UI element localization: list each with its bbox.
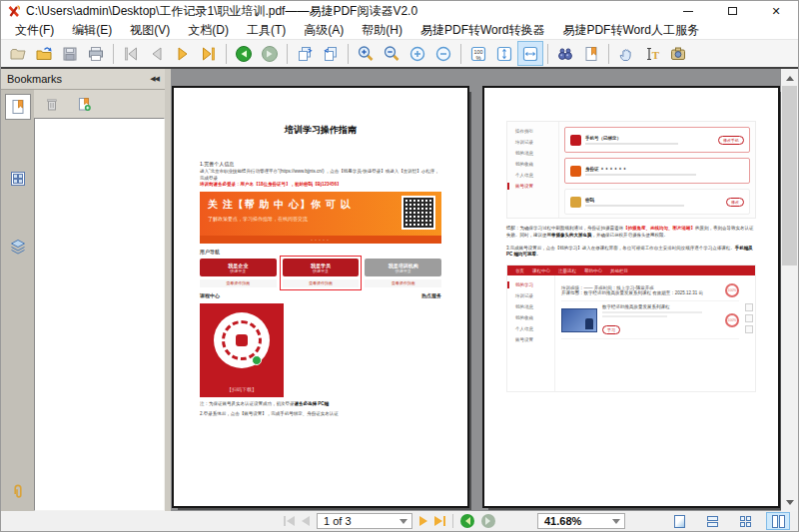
open-folder-button[interactable] — [5, 41, 31, 66]
video-thumbnail — [561, 308, 597, 332]
open-file-button[interactable] — [31, 41, 57, 66]
menu-document[interactable]: 文档(D) — [179, 22, 238, 39]
pdf-page-2[interactable]: 操作指引 培训记录 我的消息 我的收藏 个人信息 账号设置 手机号（已绑定） 修 — [484, 88, 778, 506]
pdf-page-1[interactable]: 培训学习操作指南 1.完善个人信息 进入“北京市职业技能提升行动管理平台”(ht… — [174, 88, 467, 506]
step1-credentials: 培训前请务必登录：用户名【18位身份证号】，初始密码【Bj123456】 — [200, 182, 441, 189]
select-text-button[interactable]: T — [639, 41, 665, 66]
last-page-nav-button[interactable] — [434, 516, 445, 526]
layout-book-view-button[interactable] — [766, 512, 790, 530]
menu-help[interactable]: 帮助(H) — [353, 22, 411, 39]
export-bookmark-icon[interactable] — [76, 96, 92, 112]
last-page-icon — [200, 45, 218, 63]
next-page-button[interactable] — [170, 41, 196, 66]
chevron-down-icon — [786, 500, 794, 509]
fit-page-button[interactable] — [491, 41, 517, 66]
close-button[interactable]: ✕ — [754, 1, 798, 21]
save-button[interactable] — [57, 41, 83, 66]
insert-pages-icon — [296, 45, 314, 63]
toolbar-separator — [287, 44, 288, 64]
scroll-down-button[interactable] — [781, 494, 798, 511]
menu-edit[interactable]: 编辑(E) — [63, 22, 121, 39]
bookmarks-panel[interactable] — [34, 118, 165, 511]
learning-platform-screenshot: 首页课程中心注册流程帮助中心其他栏目 我的学习 培训记录 我的消息 我的收藏 个… — [506, 265, 756, 392]
book-view-icon — [772, 515, 785, 528]
find-button[interactable] — [552, 41, 578, 66]
fit-width-button[interactable] — [517, 41, 543, 66]
menu-view[interactable]: 视图(V) — [121, 22, 179, 39]
app-logo-icon — [7, 4, 21, 18]
course-row-2: 数字经济助推高质量发展系列课程 学习 100% — [561, 301, 739, 339]
next-view-button[interactable] — [257, 41, 283, 66]
page-number-input[interactable]: 1 of 3 — [317, 513, 412, 529]
floating-widgets — [743, 275, 755, 392]
menu-advanced[interactable]: 高级(A) — [295, 22, 353, 39]
single-page-icon — [674, 515, 685, 528]
zoom-out-tool-button[interactable] — [379, 41, 404, 66]
insert-pages-button[interactable] — [292, 41, 318, 66]
toolbar-separator — [348, 44, 349, 64]
zoom-out-button[interactable] — [430, 41, 456, 66]
settings-menu-item: 个人信息 — [507, 170, 558, 181]
pdf-reader-window: C:\Users\admin\Desktop\工作记录1\职业培训.pdf——易… — [0, 0, 799, 532]
next-page-icon — [174, 45, 192, 63]
scrollbar-thumb[interactable] — [782, 86, 797, 266]
note-line: 注：为保证账号及实名认证设置成功，初次登录请务必选择 PC端 — [200, 401, 441, 408]
scroll-up-button[interactable] — [781, 69, 798, 86]
menu-tools[interactable]: 工具(T) — [238, 22, 295, 39]
previous-view-button[interactable] — [231, 41, 257, 66]
tab-thumbnails[interactable] — [5, 166, 31, 192]
menu-pdf2word-service[interactable]: 易捷PDF转Word人工服务 — [553, 22, 707, 39]
lms-menu-item-active: 我的学习 — [507, 279, 554, 290]
svg-text:T: T — [652, 49, 660, 61]
chevron-down-icon[interactable] — [400, 519, 407, 528]
prev-page-nav-button[interactable] — [302, 516, 310, 526]
minimize-button[interactable] — [666, 1, 710, 21]
phone-row: 手机号（已绑定） 修改手机 — [564, 127, 750, 153]
prev-page-icon — [148, 45, 166, 63]
snapshot-button[interactable] — [665, 41, 691, 66]
first-page-nav-button[interactable] — [284, 516, 295, 526]
extract-pages-button[interactable] — [318, 41, 344, 66]
step3-text: 3.完成账号设置后，点击【我的学习】进入在修课程界面，各位可根据工作自主安排时间… — [506, 246, 756, 260]
vertical-scrollbar[interactable] — [781, 69, 798, 511]
menu-file[interactable]: 文件(F) — [6, 22, 63, 39]
print-icon — [87, 45, 105, 63]
print-button[interactable] — [83, 41, 109, 66]
sidebar-header: Bookmarks ◀◀ — [1, 69, 165, 90]
tab-attachments[interactable] — [5, 479, 31, 505]
hand-tool-button[interactable] — [613, 41, 639, 66]
delete-bookmark-icon[interactable] — [44, 96, 60, 112]
progress-ring: 100% — [725, 313, 739, 327]
sidebar-collapse-button[interactable]: ◀◀ — [150, 75, 159, 83]
layout-continuous-button[interactable] — [700, 512, 724, 530]
zoom-in-tool-icon — [357, 45, 375, 63]
previous-view-nav-button[interactable] — [460, 514, 474, 528]
maximize-icon — [728, 7, 737, 15]
zoom-in-button[interactable] — [404, 41, 430, 66]
last-page-button[interactable] — [196, 41, 222, 66]
settings-menu-item: 操作指引 — [507, 126, 558, 137]
tab-layers[interactable] — [5, 234, 31, 260]
tab-bookmarks[interactable] — [5, 94, 31, 120]
forward-arrow-icon — [485, 517, 494, 525]
layout-single-page-button[interactable] — [667, 512, 691, 530]
menu-bar: 文件(F) 编辑(E) 视图(V) 文档(D) 工具(T) 高级(A) 帮助(H… — [1, 21, 798, 40]
menu-pdf2word-converter[interactable]: 易捷PDF转Word转换器 — [411, 22, 553, 39]
maximize-button[interactable] — [710, 1, 754, 21]
zoom-in-tool-button[interactable] — [353, 41, 379, 66]
layout-facing-button[interactable] — [733, 512, 757, 530]
bookmark-button[interactable] — [578, 41, 604, 66]
actual-size-button[interactable]: 100% — [465, 41, 491, 66]
first-page-button[interactable] — [118, 41, 144, 66]
zoom-level-select[interactable]: 41.68% — [537, 513, 625, 529]
prev-page-button[interactable] — [144, 41, 170, 66]
toolbar: 100% T — [1, 40, 798, 69]
window-title: C:\Users\admin\Desktop\工作记录1\职业培训.pdf——易… — [26, 3, 417, 20]
step2-text: 2.登录系统后，点击【账号设置】，完成手机号绑定、身份证实名认证 — [200, 411, 441, 418]
next-view-nav-button[interactable] — [481, 514, 495, 528]
fit-width-icon — [521, 45, 539, 63]
main-area: Bookmarks ◀◀ — [1, 69, 798, 511]
phone-icon — [570, 135, 581, 146]
chevron-down-icon[interactable] — [612, 519, 620, 528]
next-page-nav-button[interactable] — [419, 516, 427, 526]
